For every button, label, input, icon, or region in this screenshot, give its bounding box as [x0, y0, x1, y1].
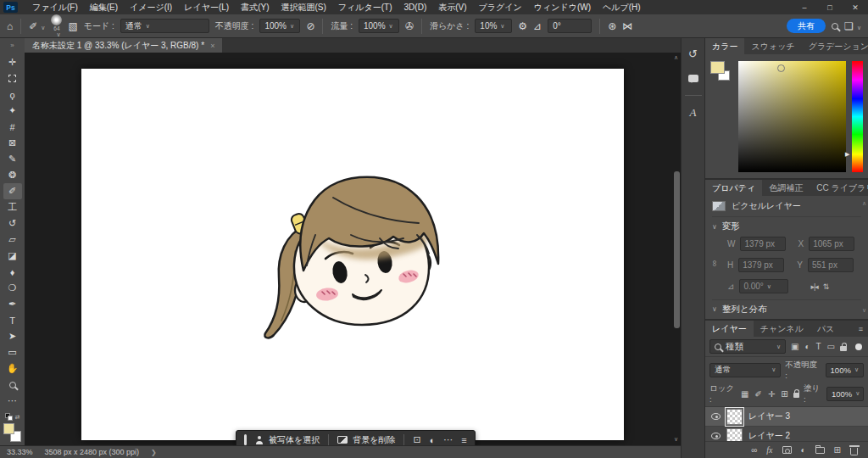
tab-swatches[interactable]: スウォッチ [744, 38, 801, 54]
new-layer-icon[interactable]: ⊞ [834, 445, 841, 455]
filter-adjustment-layers-icon[interactable]: ◐ [804, 342, 810, 351]
lock-all-icon[interactable] [793, 393, 799, 398]
width-field[interactable]: 1379 px [740, 237, 786, 251]
menu-image[interactable]: イメージ(I) [124, 2, 178, 14]
taskbar-properties-icon[interactable]: ≡ [461, 435, 466, 445]
airbrush-icon[interactable]: ✇ [405, 20, 414, 32]
height-field[interactable]: 1379 px [738, 258, 784, 272]
new-adjustment-layer-icon[interactable]: ◐ [801, 445, 806, 455]
symmetry-butterfly-icon[interactable]: ⋈ [622, 20, 632, 32]
layer-opacity-select[interactable]: 100% [826, 363, 864, 377]
frame-tool[interactable]: ⊠ [3, 135, 22, 151]
layer-name[interactable]: レイヤー 3 [748, 411, 790, 422]
document-canvas[interactable] [81, 69, 624, 440]
layer-blend-mode-select[interactable]: 通常 [709, 363, 781, 377]
spot-healing-tool[interactable]: ❂ [3, 167, 22, 183]
pressure-opacity-icon[interactable]: ⊘ [306, 20, 314, 32]
x-field[interactable]: 1065 px [809, 237, 854, 251]
shape-tool[interactable]: ▭ [3, 344, 22, 360]
adjustment-icon[interactable]: ◐ [430, 435, 436, 445]
align-section-header[interactable]: 整列と分布 [712, 299, 861, 318]
pen-tool[interactable]: ✒ [3, 296, 22, 312]
edit-toolbar-button[interactable]: ⋯ [3, 393, 22, 409]
menu-layer[interactable]: レイヤー(L) [178, 2, 235, 14]
vertical-scrollbar[interactable] [674, 171, 680, 328]
layer-name[interactable]: レイヤー 2 [748, 430, 790, 441]
lock-image-pixels-icon[interactable]: ✐ [754, 389, 763, 399]
blend-mode-select[interactable]: 通常 [120, 19, 209, 33]
tab-color[interactable]: カラー [705, 38, 744, 54]
brush-preset-picker[interactable]: 64 [51, 14, 62, 38]
flip-vertical-icon[interactable]: ⇅ [823, 282, 829, 291]
maximize-button[interactable]: □ [817, 3, 843, 12]
scroll-up-arrow[interactable]: ∧ [672, 54, 680, 61]
foreground-color-swatch[interactable] [3, 423, 14, 434]
brush-angle-input[interactable]: 0° [548, 19, 592, 33]
tab-paths[interactable]: パス [810, 321, 841, 337]
document-tab[interactable]: 名称未設定 1 @ 33.3% (レイヤー 3, RGB/8) * × [25, 38, 222, 53]
menu-edit[interactable]: 編集(E) [84, 2, 124, 14]
brush-settings-panel-toggle-icon[interactable]: ▧ [68, 20, 77, 32]
history-brush-tool[interactable]: ↺ [3, 215, 22, 232]
color-field-selector[interactable] [777, 64, 785, 72]
lock-position-icon[interactable]: ✛ [767, 389, 776, 399]
menu-file[interactable]: ファイル(F) [26, 2, 84, 14]
lasso-tool[interactable]: ϙ [3, 87, 22, 103]
foreground-color-swatch[interactable] [710, 61, 725, 74]
hand-tool[interactable]: ✋ [3, 360, 22, 377]
filter-locked-layers-icon[interactable] [840, 346, 847, 351]
menu-3d[interactable]: 3D(D) [398, 3, 433, 12]
flow-select[interactable]: 100% [359, 19, 399, 33]
scroll-down-arrow[interactable]: ∨ [672, 436, 680, 443]
select-subject-button[interactable]: 被写体を選択 [255, 434, 320, 446]
dodge-tool[interactable]: ❍ [3, 280, 22, 296]
search-icon[interactable] [832, 23, 838, 30]
document-close-icon[interactable]: × [210, 42, 214, 50]
delete-layer-icon[interactable] [850, 448, 858, 455]
menu-window[interactable]: ウィンドウ(W) [528, 2, 597, 14]
minimize-button[interactable]: – [792, 3, 817, 12]
eraser-tool[interactable]: ▱ [3, 232, 22, 248]
layer-row-2[interactable]: レイヤー 2 [705, 427, 868, 441]
lock-transparent-pixels-icon[interactable]: ▦ [740, 389, 749, 399]
zoom-tool[interactable] [3, 377, 22, 393]
layer-row-3[interactable]: レイヤー 3 [705, 407, 868, 427]
layer-style-fx-icon[interactable]: fx [766, 445, 772, 455]
tab-adjustments[interactable]: 色調補正 [762, 180, 810, 196]
type-tool[interactable]: T [3, 312, 22, 328]
lock-artboard-icon[interactable]: ⊞ [780, 389, 788, 399]
link-dimensions-icon[interactable]: ∞ [710, 260, 720, 266]
brush-tool[interactable]: ✐ [3, 183, 22, 199]
filter-shape-layers-icon[interactable]: ▭ [826, 342, 836, 351]
y-field[interactable]: 551 px [808, 258, 854, 272]
panel-scroll-up[interactable]: ∧ [862, 200, 866, 207]
new-group-icon[interactable] [815, 447, 825, 454]
hue-slider[interactable]: ▶ [852, 61, 863, 172]
swap-colors-icon[interactable]: ⇄ [15, 414, 20, 421]
filter-on-toggle[interactable] [855, 344, 862, 350]
visibility-eye-icon[interactable] [711, 433, 721, 439]
panel-menu-icon[interactable]: ≡ [854, 321, 868, 337]
visibility-eye-icon[interactable] [711, 413, 721, 420]
menu-plugins[interactable]: プラグイン [473, 2, 528, 14]
comments-panel-icon[interactable] [686, 70, 701, 86]
menu-type[interactable]: 書式(Y) [235, 2, 275, 14]
brush-tool-preset-icon[interactable]: ✐ [29, 20, 45, 32]
tab-channels[interactable]: チャンネル [754, 321, 810, 337]
taskbar-drag-handle[interactable] [244, 434, 247, 445]
canvas-area[interactable]: ∧ ∨ 被写体を選択 背景を削除 ⊡ [25, 53, 681, 445]
layer-thumbnail[interactable] [726, 409, 743, 425]
filter-type-layers-icon[interactable]: T [815, 342, 822, 351]
link-layers-icon[interactable]: ∞ [751, 445, 757, 455]
remove-background-button[interactable]: 背景を削除 [337, 434, 395, 446]
flip-horizontal-icon[interactable]: ▸|◂ [810, 282, 817, 291]
panel-scroll-down[interactable]: ∨ [862, 307, 866, 314]
tab-layers[interactable]: レイヤー [705, 321, 754, 337]
default-colors-control[interactable]: ⇄ [5, 413, 20, 421]
crop-tool[interactable]: # [3, 119, 22, 135]
clone-stamp-tool[interactable]: 工 [3, 199, 22, 215]
hue-slider-marker[interactable]: ▶ [845, 151, 849, 158]
menu-select[interactable]: 選択範囲(S) [275, 2, 332, 14]
history-panel-icon[interactable]: ↺ [686, 46, 701, 61]
opacity-select[interactable]: 100% [259, 19, 300, 33]
